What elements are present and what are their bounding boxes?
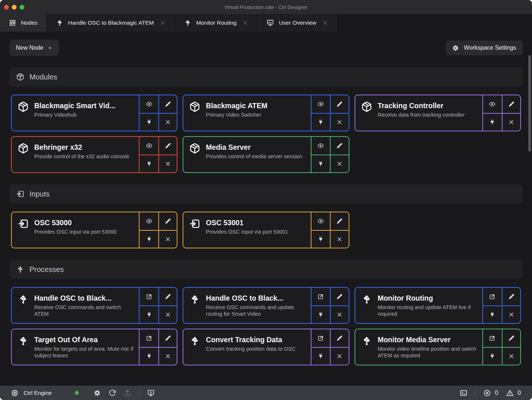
connect-button[interactable] [483,347,502,365]
login-icon [16,190,24,198]
open-button[interactable] [311,329,330,347]
view-button[interactable] [140,212,158,230]
engine-settings-icon[interactable] [94,389,101,397]
card-blackmagic-smart-vid[interactable]: Blackmagic Smart Vid...Primary Videohub [11,95,177,131]
card-behringer-x32[interactable]: Behringer x32Provide control of the x32 … [11,136,177,173]
connect-button[interactable] [483,113,502,131]
delete-button[interactable] [330,230,349,248]
toolbar: New Node Workspace Settings [10,40,522,56]
card-handle-osc-to-black[interactable]: Handle OSC to Black...Receive OSC comman… [11,287,177,324]
close-window-button[interactable] [4,5,9,10]
view-button[interactable] [311,212,330,230]
open-button[interactable] [483,288,502,305]
upload-icon[interactable] [124,389,131,397]
edit-button[interactable] [502,288,521,305]
delete-button[interactable] [330,155,349,172]
connect-button[interactable] [311,347,330,365]
card-media-server[interactable]: Media ServerProvides control of media se… [183,136,349,173]
close-tab-icon[interactable] [322,20,328,26]
errors-icon[interactable] [483,389,491,397]
delete-button[interactable] [158,347,177,365]
card-title: Media Server [206,143,302,152]
card-text: Handle OSC to Black...Receive OSC comman… [34,294,135,317]
close-tab-icon[interactable] [242,20,248,26]
delete-button[interactable] [330,113,349,131]
minimize-window-button[interactable] [12,5,17,10]
card-blackmagic-atem[interactable]: Blackmagic ATEMPrimary Video Switcher [183,95,349,131]
edit-button[interactable] [330,288,349,305]
edit-button[interactable] [330,95,349,113]
card-osc-53000[interactable]: OSC 53000Provides OSC input via port 530… [11,212,177,248]
tab-monitor-routing[interactable]: Monitor Routing [175,14,257,32]
tab-handle-osc-to-blackmagic-atem[interactable]: Handle OSC to Blackmagic ATEM [47,14,175,32]
zoom-window-button[interactable] [20,5,24,10]
delete-button[interactable] [158,113,177,131]
warnings-icon[interactable] [506,389,514,397]
open-button[interactable] [311,288,330,305]
card-osc-53001[interactable]: OSC 53001Provides OSC input via port 530… [183,212,349,248]
edit-button[interactable] [330,137,349,155]
window-title: Virtual Production.cdw - Ctrl Designer [225,4,307,10]
card-text: OSC 53000Provides OSC input via port 530… [34,218,116,235]
terminal-icon[interactable] [460,389,467,397]
connect-button[interactable] [140,347,158,365]
tab-nodes[interactable]: Nodes [0,14,46,32]
tab-user-overview[interactable]: User Overview [258,14,337,32]
refresh-icon[interactable] [109,389,116,397]
new-node-button[interactable]: New Node [10,40,59,56]
delete-button[interactable] [330,347,349,365]
workspace-settings-button[interactable]: Workspace Settings [446,40,522,55]
card-monitor-media-server[interactable]: Monitor Media ServerMonitor video timeli… [355,329,521,365]
delete-button[interactable] [502,347,521,365]
edit-icon [165,142,171,149]
view-button[interactable] [311,95,330,113]
open-button[interactable] [140,329,158,347]
plug-icon [317,311,324,318]
view-button[interactable] [140,95,158,113]
connect-button[interactable] [311,155,330,172]
edit-button[interactable] [158,212,177,230]
card-handle-osc-to-black[interactable]: Handle OSC to Black...Receive OSC comman… [183,287,349,324]
scrollbar-thumb[interactable] [528,55,531,152]
card-subtitle: Receive OSC commands and switch ATEM [34,304,135,317]
connect-button[interactable] [311,113,330,131]
plug-icon [317,353,324,360]
card-convert-tracking-data[interactable]: Convert Tracking DataConvert tracking po… [183,329,349,365]
connect-button[interactable] [140,305,158,323]
edit-button[interactable] [330,212,349,230]
delete-button[interactable] [330,305,349,323]
connect-button[interactable] [483,305,502,323]
connect-button[interactable] [311,305,330,323]
section-title: Processes [29,265,64,274]
connect-button[interactable] [311,230,330,248]
edit-button[interactable] [502,329,521,347]
view-button[interactable] [140,137,158,155]
edit-button[interactable] [158,329,177,347]
card-tracking-controller[interactable]: Tracking ControllerReceive data from tra… [355,95,521,131]
open-button[interactable] [483,329,502,347]
delete-button[interactable] [158,305,177,323]
open-button[interactable] [140,288,158,305]
close-tab-icon[interactable] [160,20,166,26]
edit-button[interactable] [330,329,349,347]
card-monitor-routing[interactable]: Monitor RoutingMonitor routing and updat… [355,287,521,324]
view-button[interactable] [311,137,330,155]
delete-button[interactable] [502,113,521,131]
edit-button[interactable] [158,288,177,305]
edit-button[interactable] [158,137,177,155]
presentation-display-icon[interactable] [147,389,155,397]
edit-icon [165,293,171,300]
edit-button[interactable] [158,95,177,113]
card-text: Blackmagic Smart Vid...Primary Videohub [34,101,116,118]
delete-button[interactable] [502,305,521,323]
connect-button[interactable] [140,113,158,131]
view-button[interactable] [483,95,502,113]
delete-button[interactable] [158,155,177,172]
delete-button[interactable] [158,230,177,248]
card-body: Blackmagic Smart Vid...Primary Videohub [12,95,139,131]
edit-button[interactable] [502,95,521,113]
card-text: Convert Tracking DataConvert tracking po… [206,335,295,352]
connect-button[interactable] [140,230,158,248]
connect-button[interactable] [140,155,158,172]
card-target-out-of-area[interactable]: Target Out Of AreaMonitor for targets ou… [11,329,177,365]
